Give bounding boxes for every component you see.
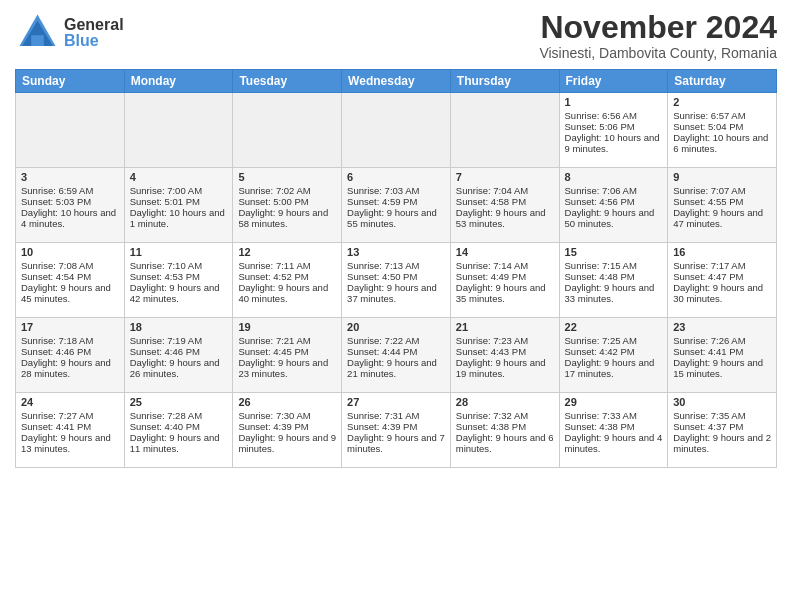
- sunrise-text: Sunrise: 7:30 AM: [238, 410, 336, 421]
- calendar-cell: [16, 93, 125, 168]
- day-number: 2: [673, 96, 771, 108]
- calendar-cell: 25Sunrise: 7:28 AMSunset: 4:40 PMDayligh…: [124, 393, 233, 468]
- daylight-text: Daylight: 9 hours and 17 minutes.: [565, 357, 663, 379]
- logo-text: General Blue: [64, 17, 124, 49]
- sunrise-text: Sunrise: 6:57 AM: [673, 110, 771, 121]
- sunset-text: Sunset: 4:49 PM: [456, 271, 554, 282]
- day-number: 28: [456, 396, 554, 408]
- calendar-cell: 10Sunrise: 7:08 AMSunset: 4:54 PMDayligh…: [16, 243, 125, 318]
- day-number: 8: [565, 171, 663, 183]
- calendar-cell: 20Sunrise: 7:22 AMSunset: 4:44 PMDayligh…: [342, 318, 451, 393]
- sunrise-text: Sunrise: 7:11 AM: [238, 260, 336, 271]
- calendar-cell: [233, 93, 342, 168]
- calendar-header-row: SundayMondayTuesdayWednesdayThursdayFrid…: [16, 70, 777, 93]
- title-section: November 2024 Visinesti, Dambovita Count…: [539, 10, 777, 61]
- day-number: 3: [21, 171, 119, 183]
- sunset-text: Sunset: 4:38 PM: [565, 421, 663, 432]
- day-number: 20: [347, 321, 445, 333]
- calendar-cell: 7Sunrise: 7:04 AMSunset: 4:58 PMDaylight…: [450, 168, 559, 243]
- calendar-cell: 6Sunrise: 7:03 AMSunset: 4:59 PMDaylight…: [342, 168, 451, 243]
- calendar-cell: 27Sunrise: 7:31 AMSunset: 4:39 PMDayligh…: [342, 393, 451, 468]
- calendar-header-monday: Monday: [124, 70, 233, 93]
- sunset-text: Sunset: 4:53 PM: [130, 271, 228, 282]
- sunset-text: Sunset: 4:55 PM: [673, 196, 771, 207]
- sunset-text: Sunset: 4:58 PM: [456, 196, 554, 207]
- sunrise-text: Sunrise: 7:27 AM: [21, 410, 119, 421]
- daylight-text: Daylight: 10 hours and 9 minutes.: [565, 132, 663, 154]
- sunset-text: Sunset: 5:04 PM: [673, 121, 771, 132]
- daylight-text: Daylight: 9 hours and 30 minutes.: [673, 282, 771, 304]
- sunset-text: Sunset: 4:38 PM: [456, 421, 554, 432]
- calendar: SundayMondayTuesdayWednesdayThursdayFrid…: [15, 69, 777, 468]
- day-number: 18: [130, 321, 228, 333]
- day-number: 7: [456, 171, 554, 183]
- sunrise-text: Sunrise: 7:23 AM: [456, 335, 554, 346]
- sunset-text: Sunset: 4:50 PM: [347, 271, 445, 282]
- daylight-text: Daylight: 9 hours and 53 minutes.: [456, 207, 554, 229]
- day-number: 1: [565, 96, 663, 108]
- page: General Blue November 2024 Visinesti, Da…: [0, 0, 792, 612]
- daylight-text: Daylight: 10 hours and 6 minutes.: [673, 132, 771, 154]
- calendar-header-wednesday: Wednesday: [342, 70, 451, 93]
- calendar-week-row: 1Sunrise: 6:56 AMSunset: 5:06 PMDaylight…: [16, 93, 777, 168]
- calendar-cell: 29Sunrise: 7:33 AMSunset: 4:38 PMDayligh…: [559, 393, 668, 468]
- day-number: 5: [238, 171, 336, 183]
- day-number: 16: [673, 246, 771, 258]
- calendar-header-friday: Friday: [559, 70, 668, 93]
- calendar-cell: 28Sunrise: 7:32 AMSunset: 4:38 PMDayligh…: [450, 393, 559, 468]
- daylight-text: Daylight: 9 hours and 42 minutes.: [130, 282, 228, 304]
- sunrise-text: Sunrise: 7:22 AM: [347, 335, 445, 346]
- daylight-text: Daylight: 9 hours and 23 minutes.: [238, 357, 336, 379]
- sunset-text: Sunset: 4:37 PM: [673, 421, 771, 432]
- day-number: 27: [347, 396, 445, 408]
- calendar-cell: [124, 93, 233, 168]
- calendar-week-row: 17Sunrise: 7:18 AMSunset: 4:46 PMDayligh…: [16, 318, 777, 393]
- daylight-text: Daylight: 9 hours and 15 minutes.: [673, 357, 771, 379]
- calendar-cell: 18Sunrise: 7:19 AMSunset: 4:46 PMDayligh…: [124, 318, 233, 393]
- sunrise-text: Sunrise: 7:28 AM: [130, 410, 228, 421]
- daylight-text: Daylight: 10 hours and 1 minute.: [130, 207, 228, 229]
- calendar-cell: 13Sunrise: 7:13 AMSunset: 4:50 PMDayligh…: [342, 243, 451, 318]
- day-number: 4: [130, 171, 228, 183]
- calendar-cell: 14Sunrise: 7:14 AMSunset: 4:49 PMDayligh…: [450, 243, 559, 318]
- sunrise-text: Sunrise: 7:32 AM: [456, 410, 554, 421]
- daylight-text: Daylight: 9 hours and 7 minutes.: [347, 432, 445, 454]
- daylight-text: Daylight: 9 hours and 21 minutes.: [347, 357, 445, 379]
- daylight-text: Daylight: 9 hours and 50 minutes.: [565, 207, 663, 229]
- sunrise-text: Sunrise: 6:59 AM: [21, 185, 119, 196]
- sunset-text: Sunset: 4:54 PM: [21, 271, 119, 282]
- sunrise-text: Sunrise: 7:21 AM: [238, 335, 336, 346]
- calendar-cell: 4Sunrise: 7:00 AMSunset: 5:01 PMDaylight…: [124, 168, 233, 243]
- sunrise-text: Sunrise: 7:07 AM: [673, 185, 771, 196]
- day-number: 9: [673, 171, 771, 183]
- sunrise-text: Sunrise: 7:04 AM: [456, 185, 554, 196]
- sunrise-text: Sunrise: 7:17 AM: [673, 260, 771, 271]
- day-number: 21: [456, 321, 554, 333]
- calendar-cell: 9Sunrise: 7:07 AMSunset: 4:55 PMDaylight…: [668, 168, 777, 243]
- calendar-cell: 1Sunrise: 6:56 AMSunset: 5:06 PMDaylight…: [559, 93, 668, 168]
- day-number: 26: [238, 396, 336, 408]
- sunrise-text: Sunrise: 7:03 AM: [347, 185, 445, 196]
- sunset-text: Sunset: 4:42 PM: [565, 346, 663, 357]
- calendar-cell: 3Sunrise: 6:59 AMSunset: 5:03 PMDaylight…: [16, 168, 125, 243]
- daylight-text: Daylight: 9 hours and 58 minutes.: [238, 207, 336, 229]
- calendar-cell: 19Sunrise: 7:21 AMSunset: 4:45 PMDayligh…: [233, 318, 342, 393]
- daylight-text: Daylight: 9 hours and 19 minutes.: [456, 357, 554, 379]
- month-title: November 2024: [539, 10, 777, 45]
- day-number: 22: [565, 321, 663, 333]
- day-number: 10: [21, 246, 119, 258]
- day-number: 19: [238, 321, 336, 333]
- calendar-cell: 15Sunrise: 7:15 AMSunset: 4:48 PMDayligh…: [559, 243, 668, 318]
- sunset-text: Sunset: 5:03 PM: [21, 196, 119, 207]
- sunset-text: Sunset: 4:46 PM: [130, 346, 228, 357]
- sunset-text: Sunset: 5:00 PM: [238, 196, 336, 207]
- sunset-text: Sunset: 4:46 PM: [21, 346, 119, 357]
- calendar-cell: 22Sunrise: 7:25 AMSunset: 4:42 PMDayligh…: [559, 318, 668, 393]
- daylight-text: Daylight: 9 hours and 35 minutes.: [456, 282, 554, 304]
- sunrise-text: Sunrise: 7:15 AM: [565, 260, 663, 271]
- sunset-text: Sunset: 4:41 PM: [673, 346, 771, 357]
- day-number: 6: [347, 171, 445, 183]
- calendar-cell: [450, 93, 559, 168]
- sunrise-text: Sunrise: 7:10 AM: [130, 260, 228, 271]
- logo-general-text: General: [64, 17, 124, 33]
